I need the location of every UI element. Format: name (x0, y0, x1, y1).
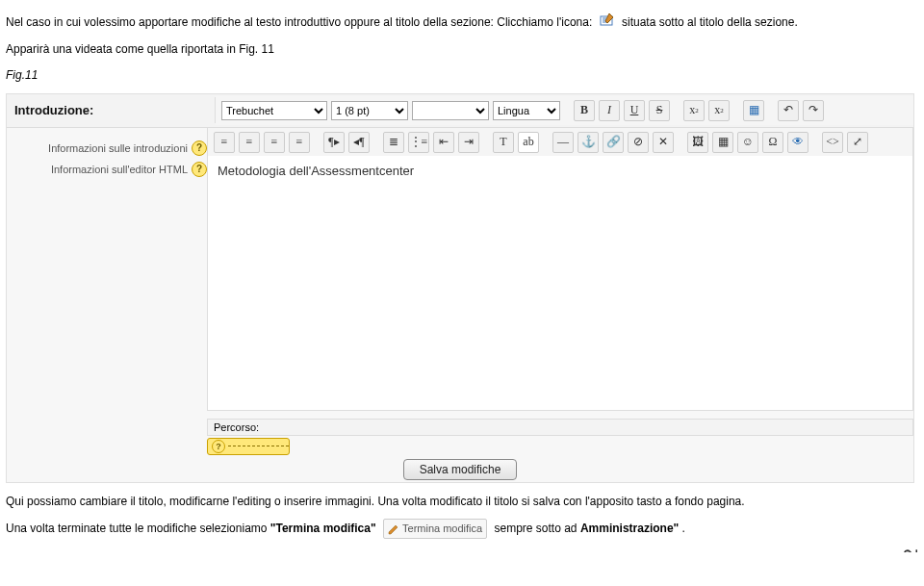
edit-icon (600, 13, 615, 33)
nolink-button[interactable]: ✕ (653, 132, 674, 153)
page-number-value: 12 (900, 548, 921, 552)
ltr-button[interactable]: ¶▸ (323, 132, 345, 153)
emoji-button[interactable]: ☺ (737, 132, 758, 153)
help-icon: ? (212, 440, 225, 453)
help-icon: ? (192, 140, 207, 156)
help-sidebar: Informazioni sulle introduzioni ? Inform… (7, 127, 215, 191)
table-button[interactable]: ▦ (712, 132, 733, 153)
clean-button[interactable]: ▦ (743, 100, 764, 121)
path-label: Percorso: (214, 421, 259, 433)
lang-select[interactable]: Lingua (493, 101, 560, 120)
save-changes-button[interactable]: Salva modifiche (403, 459, 518, 480)
justify-button[interactable]: ≡ (289, 132, 310, 153)
redo-button[interactable]: ↷ (803, 100, 824, 121)
strike-button[interactable]: S (649, 100, 670, 121)
numbered-list-button[interactable]: ≣ (383, 132, 404, 153)
introduzione-label: Introduzione: (7, 97, 216, 123)
text-p4-bold1: "Termina modifica" (270, 522, 376, 535)
undo-button[interactable]: ↶ (778, 100, 799, 121)
unlink-button[interactable]: ⊘ (628, 132, 649, 153)
editor-screenshot: Introduzione: Trebuchet 1 (8 pt) Lingua … (6, 93, 914, 483)
text-p1a: Nel caso in cui volessimo apportare modi… (6, 15, 592, 29)
hr-button[interactable]: ― (552, 132, 574, 153)
help-link-intro-label: Informazioni sulle introduzioni (48, 142, 188, 154)
help-icon: ? (192, 162, 207, 177)
indent-button[interactable]: ⇥ (458, 132, 479, 153)
editor-textarea[interactable]: Metodologia dell'Assessmentcenter (207, 156, 913, 411)
source-button[interactable]: <> (822, 132, 843, 153)
special-char-button[interactable]: Ω (762, 132, 783, 153)
help-link-html[interactable]: Informazioni sull'editor HTML ? (14, 162, 207, 177)
text-p4c: . (682, 522, 685, 535)
post-paragraph-1: Qui possiamo cambiare il titolo, modific… (6, 493, 918, 511)
align-left-button[interactable]: ≡ (214, 132, 235, 153)
text-p1b: situata sotto al titolo della sezione. (622, 15, 798, 29)
superscript-button[interactable]: x2 (708, 100, 730, 121)
align-center-button[interactable]: ≡ (239, 132, 260, 153)
bg-color-button[interactable]: ab (518, 132, 539, 153)
underline-button[interactable]: U (624, 100, 645, 121)
intro-paragraph-1: Nel caso in cui volessimo apportare modi… (6, 13, 918, 33)
rtl-button[interactable]: ◂¶ (348, 132, 370, 153)
italic-button[interactable]: I (599, 100, 620, 121)
help-link-html-label: Informazioni sull'editor HTML (51, 164, 188, 175)
bulleted-list-button[interactable]: ⋮≡ (408, 132, 429, 153)
post-paragraph-2: Una volta terminate tutte le modifiche s… (6, 519, 918, 540)
tooltip-help-bar[interactable]: ? (207, 438, 290, 455)
text-color-button[interactable]: T (493, 132, 514, 153)
link-button[interactable]: 🔗 (603, 132, 624, 153)
termina-modifica-inline-button: Termina modifica (383, 519, 487, 540)
editor-content-text: Metodologia dell'Assessmentcenter (208, 156, 912, 186)
text-p4b: sempre sotto ad (495, 522, 580, 535)
image-button[interactable]: 🖼 (687, 132, 708, 153)
style-select[interactable] (412, 101, 489, 120)
figure-label: Fig.11 (6, 66, 918, 85)
align-right-button[interactable]: ≡ (264, 132, 285, 153)
rich-text-toolbar-2: ≡ ≡ ≡ ≡ ¶▸ ◂¶ ≣ ⋮≡ ⇤ ⇥ T ab ― ⚓ 🔗 ⊘ ✕ 🖼 … (207, 127, 913, 158)
find-button[interactable]: 👁 (787, 132, 808, 153)
page-number: Pagina 12 (900, 548, 922, 552)
text-p4-bold2: Amministrazione" (580, 522, 679, 535)
text-p4a: Una volta terminate tutte le modifiche s… (6, 522, 270, 535)
path-row: Percorso: (207, 419, 913, 436)
outdent-button[interactable]: ⇤ (433, 132, 454, 153)
intro-paragraph-2: Apparirà una videata come quella riporta… (6, 40, 918, 59)
pencil-icon (388, 523, 399, 535)
rich-text-toolbar-1: Trebuchet 1 (8 pt) Lingua B I U S x2 x2 … (216, 96, 913, 125)
font-family-select[interactable]: Trebuchet (221, 101, 327, 120)
fullscreen-button[interactable]: ⤢ (847, 132, 868, 153)
subscript-button[interactable]: x2 (683, 100, 705, 121)
bold-button[interactable]: B (574, 100, 595, 121)
termina-modifica-label: Termina modifica (402, 521, 482, 538)
font-size-select[interactable]: 1 (8 pt) (331, 101, 408, 120)
anchor-button[interactable]: ⚓ (578, 132, 599, 153)
help-link-intro[interactable]: Informazioni sulle introduzioni ? (14, 140, 207, 156)
